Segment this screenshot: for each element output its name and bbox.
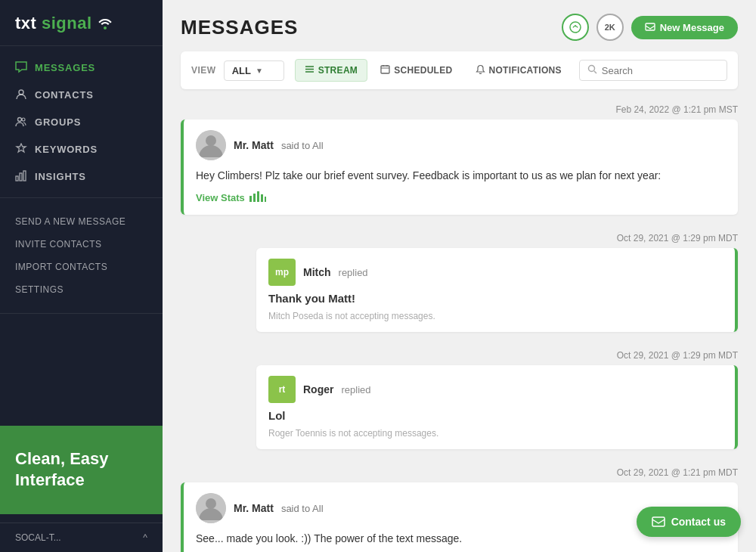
message-row: mp Mitch replied Thank you Matt! Mitch P… (256, 248, 738, 332)
sender-name: Roger (303, 383, 333, 395)
logo-area: txt signal (0, 0, 163, 46)
message-text: Thank you Matt! (268, 292, 723, 305)
svg-point-11 (588, 66, 594, 72)
contact-us-button[interactable]: Contact us (637, 507, 741, 537)
sender-name: Mr. Matt (234, 139, 274, 151)
main-content: MESSAGES 2K New Message VIE (163, 0, 756, 552)
svg-rect-5 (20, 173, 22, 181)
replied-label: replied (339, 267, 368, 278)
date-label: Feb 24, 2022 @ 1:21 pm MST (181, 104, 738, 115)
sender-action: said to All (281, 140, 324, 151)
message-icon (15, 61, 27, 73)
view-stats-button[interactable]: View Stats (196, 191, 726, 204)
svg-rect-16 (257, 191, 259, 202)
account-name: SOCAL-T... (15, 532, 61, 543)
svg-point-7 (570, 22, 581, 33)
tab-group: STREAM SCHEDULED NOTIFIC (295, 59, 572, 82)
sidebar-item-keywords[interactable]: KEYWORDS (0, 135, 163, 163)
sidebar-footer: SOCAL-T... ^ (0, 523, 163, 552)
avatar: rt (268, 376, 296, 403)
svg-point-8 (575, 25, 576, 26)
chart-icon (15, 170, 27, 182)
star-icon (15, 143, 27, 155)
compose-icon-button[interactable] (562, 14, 589, 41)
message-row: Mr. Matt said to All Hey Climbers! Plz t… (181, 119, 738, 215)
svg-rect-15 (253, 194, 256, 202)
sender-name: Mr. Matt (234, 502, 274, 514)
avatar (196, 493, 226, 523)
svg-rect-17 (261, 194, 263, 202)
sender-action: said to All (281, 503, 324, 514)
message-row: rt Roger replied Lol Roger Toennis is no… (256, 365, 738, 449)
invite-contacts-link[interactable]: INVITE CONTACTS (0, 233, 163, 256)
promo-text: Clean, Easy Interface (15, 448, 147, 492)
date-label: Oct 29, 2021 @ 1:29 pm MDT (181, 233, 738, 243)
logo-accent: signal (42, 14, 92, 33)
replied-label: replied (341, 384, 370, 395)
message-header: rt Roger replied (268, 376, 723, 403)
not-accepting-notice: Mitch Poseda is not accepting messages. (268, 311, 723, 321)
message-header: mp Mitch replied (268, 259, 723, 286)
main-header: MESSAGES 2K New Message (163, 0, 756, 51)
svg-rect-6 (23, 171, 26, 181)
stats-bars-icon (249, 191, 266, 204)
sidebar-item-contacts-label: CONTACTS (35, 89, 94, 101)
import-contacts-link[interactable]: IMPORT CONTACTS (0, 256, 163, 278)
page-title: MESSAGES (181, 16, 298, 39)
header-actions: 2K New Message (562, 14, 738, 41)
send-new-message-link[interactable]: SEND A NEW MESSAGE (0, 210, 163, 233)
promo-banner: Clean, Easy Interface (0, 426, 163, 514)
tab-scheduled[interactable]: SCHEDULED (370, 59, 462, 82)
stream-icon (305, 64, 314, 76)
sidebar-item-groups-label: GROUPS (35, 116, 81, 128)
view-select[interactable]: ALL ▼ (224, 60, 284, 81)
calendar-icon (380, 64, 390, 76)
avatar (196, 130, 226, 160)
main-nav: MESSAGES CONTACTS GROUPS (0, 46, 163, 198)
message-text: Lol (268, 409, 723, 422)
sidebar-item-insights-label: INSIGHTS (35, 171, 86, 182)
tab-notifications[interactable]: NOTIFICATIONS (466, 59, 572, 82)
sidebar-item-messages-label: MESSAGES (35, 62, 95, 73)
sidebar-item-messages[interactable]: MESSAGES (0, 54, 163, 81)
sidebar-item-contacts[interactable]: CONTACTS (0, 81, 163, 108)
message-text: Hey Climbers! Plz take our brief event s… (196, 168, 726, 184)
svg-rect-4 (16, 176, 18, 181)
svg-point-20 (206, 498, 216, 509)
not-accepting-notice: Roger Toennis is not accepting messages. (268, 428, 723, 439)
svg-point-1 (19, 90, 23, 95)
messages-area: Feb 24, 2022 @ 1:21 pm MST Mr. Matt said… (163, 97, 756, 552)
svg-point-13 (206, 135, 216, 146)
sidebar-item-groups[interactable]: GROUPS (0, 108, 163, 135)
bell-icon (476, 64, 485, 76)
svg-rect-26 (652, 517, 665, 526)
svg-rect-14 (249, 196, 252, 202)
sidebar-item-insights[interactable]: INSIGHTS (0, 163, 163, 190)
avatar: mp (268, 259, 296, 286)
tab-stream[interactable]: STREAM (295, 59, 367, 82)
group-icon (15, 116, 27, 128)
secondary-nav: SEND A NEW MESSAGE INVITE CONTACTS IMPOR… (0, 198, 163, 314)
chevron-down-icon: ▼ (256, 67, 263, 75)
settings-link[interactable]: SETTINGS (0, 278, 163, 301)
search-icon (587, 64, 597, 76)
svg-rect-18 (265, 197, 266, 202)
search-input[interactable] (602, 65, 719, 76)
logo: txt signal (15, 14, 147, 33)
chevron-up-icon[interactable]: ^ (143, 532, 147, 543)
date-label: Oct 29, 2021 @ 1:29 pm MDT (181, 350, 738, 361)
svg-point-2 (18, 118, 22, 122)
person-icon (15, 88, 27, 101)
svg-point-0 (104, 26, 107, 29)
sidebar: txt signal MESSAGES (0, 0, 163, 552)
svg-rect-10 (381, 66, 389, 73)
search-box[interactable] (579, 60, 727, 81)
svg-point-3 (22, 118, 25, 121)
new-message-button[interactable]: New Message (631, 16, 738, 39)
message-header: Mr. Matt said to All (196, 130, 726, 160)
date-label: Oct 29, 2021 @ 1:21 pm MDT (181, 467, 738, 478)
toolbar: VIEW ALL ▼ STREAM (181, 51, 738, 89)
sender-name: Mitch (303, 266, 331, 278)
sidebar-item-keywords-label: KEYWORDS (35, 144, 98, 155)
count-badge[interactable]: 2K (596, 14, 624, 41)
